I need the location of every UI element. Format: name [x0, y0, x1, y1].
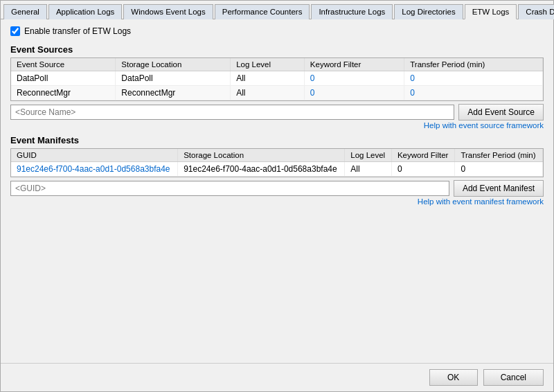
event-manifests-table-container: GUID Storage Location Log Level Keyword …	[10, 148, 544, 177]
cell-log-level-m: All	[345, 162, 392, 177]
cell-event-source: DataPoll	[11, 71, 116, 86]
col-keyword-filter: Keyword Filter	[304, 58, 404, 71]
cell-keyword-filter-m: 0	[391, 162, 454, 177]
table-row[interactable]: DataPoll DataPoll All 0 0	[11, 71, 543, 86]
cell-keyword-filter: 0	[304, 86, 404, 100]
event-manifests-table: GUID Storage Location Log Level Keyword …	[11, 149, 543, 177]
cell-event-source: ReconnectMgr	[11, 86, 116, 100]
cell-guid: 91ec24e6-f700-4aac-a0d1-0d568a3bfa4e	[11, 162, 178, 177]
event-sources-table: Event Source Storage Location Log Level …	[11, 58, 543, 100]
source-name-input[interactable]	[10, 105, 454, 120]
col-storage-location-m: Storage Location	[178, 149, 345, 162]
tab-general[interactable]: General	[3, 4, 47, 19]
tab-app-logs[interactable]: Application Logs	[48, 4, 122, 19]
col-guid: GUID	[11, 149, 178, 162]
col-storage-location: Storage Location	[116, 58, 231, 71]
cell-keyword-filter: 0	[304, 71, 404, 86]
cell-storage-location-m: 91ec24e6-f700-4aac-a0d1-0d568a3bfa4e	[178, 162, 345, 177]
guid-input[interactable]	[10, 181, 449, 196]
event-manifests-input-row: Add Event Manifest	[10, 180, 544, 197]
tab-crash-dumps[interactable]: Crash Dumps	[518, 4, 554, 19]
table-row[interactable]: 91ec24e6-f700-4aac-a0d1-0d568a3bfa4e 91e…	[11, 162, 543, 177]
event-manifest-help-link[interactable]: Help with event manifest framework	[10, 197, 544, 206]
cell-transfer-period-m: 0	[455, 162, 543, 177]
tab-log-dirs[interactable]: Log Directories	[394, 4, 463, 19]
event-sources-title: Event Sources	[10, 44, 544, 55]
event-sources-section: Event Sources Event Source Storage Locat…	[10, 44, 544, 130]
table-row[interactable]: ReconnectMgr ReconnectMgr All 0 0	[11, 86, 543, 100]
event-sources-input-row: Add Event Source	[10, 104, 544, 121]
add-event-source-button[interactable]: Add Event Source	[458, 104, 544, 121]
col-transfer-period: Transfer Period (min)	[404, 58, 543, 71]
enable-transfer-row: Enable transfer of ETW Logs	[10, 26, 544, 36]
enable-transfer-label: Enable transfer of ETW Logs	[24, 26, 131, 36]
col-keyword-filter-m: Keyword Filter	[391, 149, 454, 162]
event-sources-table-container: Event Source Storage Location Log Level …	[10, 57, 544, 101]
footer: OK Cancel	[1, 363, 553, 391]
tab-content: Enable transfer of ETW Logs Event Source…	[1, 19, 553, 363]
cell-transfer-period: 0	[404, 71, 543, 86]
cell-log-level: All	[231, 86, 305, 100]
tab-bar: General Application Logs Windows Event L…	[1, 1, 553, 19]
event-manifests-title: Event Manifests	[10, 135, 544, 145]
tab-win-event-logs[interactable]: Windows Event Logs	[123, 4, 213, 19]
tab-etw-logs[interactable]: ETW Logs	[465, 4, 517, 19]
add-event-manifest-button[interactable]: Add Event Manifest	[454, 180, 544, 197]
col-transfer-period-m: Transfer Period (min)	[455, 149, 543, 162]
col-event-source: Event Source	[11, 58, 116, 71]
col-log-level: Log Level	[231, 58, 305, 71]
cell-transfer-period: 0	[404, 86, 543, 100]
tab-infra-logs[interactable]: Infrastructure Logs	[311, 4, 393, 19]
cancel-button[interactable]: Cancel	[483, 369, 544, 386]
event-source-help-link[interactable]: Help with event source framework	[10, 121, 544, 130]
col-log-level-m: Log Level	[345, 149, 392, 162]
enable-transfer-checkbox[interactable]	[10, 26, 20, 36]
dialog: General Application Logs Windows Event L…	[0, 0, 554, 392]
cell-storage-location: ReconnectMgr	[116, 86, 231, 100]
ok-button[interactable]: OK	[429, 369, 478, 386]
cell-log-level: All	[231, 71, 305, 86]
tab-perf-counters[interactable]: Performance Counters	[215, 4, 310, 19]
cell-storage-location: DataPoll	[116, 71, 231, 86]
event-manifests-section: Event Manifests GUID Storage Location Lo…	[10, 135, 544, 206]
